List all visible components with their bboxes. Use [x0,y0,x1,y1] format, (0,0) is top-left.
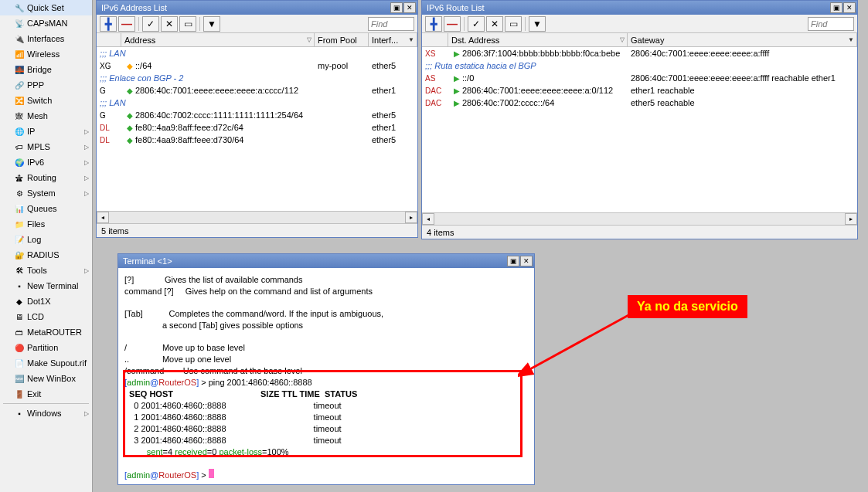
col-pool[interactable]: From Pool [315,33,369,46]
col-dst[interactable]: Dst. Address [448,33,628,46]
sidebar-item[interactable]: 🛠Tools▷ [0,263,92,278]
sidebar-item[interactable]: 🏷MPLS▷ [0,139,92,154]
menu-icon: 🕸 [14,110,25,121]
sidebar-item[interactable]: ◆Dot1X [0,294,92,309]
remove-button[interactable]: — [444,16,461,32]
sidebar-item[interactable]: 🌐IP▷ [0,124,92,139]
minimize-button[interactable]: ▣ [507,256,519,266]
sidebar-item[interactable]: 🔀Switch [0,93,92,108]
menu-icon: 🆕 [14,373,25,384]
table-row[interactable]: G◆2806:40c:7001:eeee:eeee:eeee:a:cccc/11… [97,84,417,97]
sidebar-item[interactable]: 🔌Interfaces [0,31,92,46]
table-row[interactable]: XG◆::/64my-poolether5 [97,59,417,72]
minimize-button[interactable]: ▣ [390,2,403,13]
sidebar-item-windows[interactable]: ▪Windows▷ [0,405,92,421]
col-interface[interactable]: Interf... [369,33,417,46]
sidebar-item[interactable]: ⚙System▷ [0,185,92,201]
col-flags[interactable] [97,33,121,46]
sidebar-item[interactable]: 🔗PPP [0,77,92,93]
sidebar-item[interactable]: 🖥LCD [0,309,92,324]
disable-button[interactable]: ✕ [161,16,178,32]
submenu-icon: ▷ [84,128,89,135]
table-row[interactable]: DAC▶2806:40c:7002:cccc::/64ether5 reacha… [422,97,857,109]
menu-label: RADIUS [27,250,60,260]
menu-label: IPv6 [27,158,44,167]
menu-icon: 📄 [14,358,25,368]
comment-button[interactable]: ▭ [179,16,196,32]
menu-icon: 🛣 [14,172,25,183]
menu-icon: 🏷 [14,141,25,152]
filter-button[interactable]: ▼ [203,16,220,32]
menu-icon: ◆ [14,296,25,307]
menu-label: Queues [27,204,57,213]
submenu-icon: ▷ [84,267,89,274]
menu-icon: ⚙ [14,188,25,198]
disable-button[interactable]: ✕ [486,16,503,32]
grid-body[interactable]: XS▶2806:3f7:1004:bbbb:bbbb:bbbb:f0ca:beb… [422,47,857,212]
sidebar-item[interactable]: 📶Wireless [0,46,92,62]
enable-button[interactable]: ✓ [468,16,485,32]
hscroll[interactable]: ◂▸ [97,211,417,223]
sidebar-item[interactable]: 📄Make Supout.rif [0,355,92,371]
titlebar[interactable]: Terminal <1> ▣ ✕ [118,254,534,268]
menu-icon: 📶 [14,49,25,59]
table-row[interactable]: G◆2806:40c:7002:cccc:1111:1111:1111:254/… [97,109,417,121]
table-row[interactable]: DAC▶2806:40c:7001:eeee:eeee:eeee:a:0/112… [422,84,857,97]
menu-label: Interfaces [27,34,64,43]
sidebar-item[interactable]: 📝Log [0,232,92,247]
menu-icon: 📡 [14,18,25,29]
close-button[interactable]: ✕ [843,2,856,13]
menu-label: Files [27,219,45,229]
hscroll[interactable]: ◂▸ [422,212,857,225]
sidebar-item[interactable]: 🆕New WinBox [0,371,92,386]
find-input[interactable] [808,17,854,31]
table-row[interactable]: AS▶::/02806:40c:7001:eeee:eeee:eeee:a:ff… [422,72,857,84]
terminal-body[interactable]: [?] Gives the list of available commands… [118,268,534,484]
add-button[interactable]: ╋ [425,16,442,32]
sidebar-item[interactable]: 🛣Routing▷ [0,170,92,185]
sidebar-item[interactable]: 🌉Bridge [0,62,92,77]
minimize-button[interactable]: ▣ [830,2,842,13]
find-input[interactable] [368,17,414,31]
remove-button[interactable]: — [118,16,135,32]
grid-body[interactable]: ;;; LANXG◆::/64my-poolether5;;; Enlace c… [97,47,417,211]
sidebar-item[interactable]: 🕸Mesh [0,108,92,124]
table-row[interactable]: ;;; Enlace con BGP - 2 [97,72,417,84]
enable-button[interactable]: ✓ [142,16,159,32]
col-flags[interactable] [422,33,448,46]
sidebar-item[interactable]: 🗃MetaROUTER [0,324,92,340]
sidebar-item[interactable]: 🌍IPv6▷ [0,154,92,170]
table-row[interactable]: ;;; Ruta estatica hacia el BGP [422,59,857,72]
col-address[interactable]: Address [121,33,315,46]
menu-label: New WinBox [27,374,76,383]
table-row[interactable]: XS▶2806:3f7:1004:bbbb:bbbb:bbbb:f0ca:beb… [422,47,857,59]
filter-button[interactable]: ▼ [529,16,546,32]
sidebar-item[interactable]: 📊Queues [0,201,92,216]
sidebar-item[interactable]: 📁Files [0,216,92,232]
table-row[interactable]: DL◆fe80::4aa9:8aff:feee:d72c/64ether1 [97,121,417,134]
statusbar: 5 items [97,223,417,237]
titlebar[interactable]: IPv6 Route List ▣ ✕ [422,1,857,15]
sidebar-item[interactable]: 📡CAPsMAN [0,15,92,31]
close-button[interactable]: ✕ [403,2,416,13]
col-gateway[interactable]: Gateway [628,33,857,46]
add-button[interactable]: ╋ [100,16,117,32]
table-row[interactable]: ;;; LAN [97,97,417,109]
menu-icon: 🖥 [14,311,25,322]
comment-button[interactable]: ▭ [505,16,522,32]
menu-label: Exit [27,389,41,399]
close-button[interactable]: ✕ [520,256,533,266]
sidebar-item[interactable]: 🔧Quick Set [0,0,92,15]
menu-label: Mesh [27,111,48,120]
titlebar[interactable]: IPv6 Address List ▣ ✕ [97,1,417,15]
table-row[interactable]: ;;; LAN [97,47,417,59]
sidebar-item[interactable]: 🚪Exit [0,386,92,402]
menu-icon: 🌐 [14,126,25,137]
table-row[interactable]: DL◆fe80::4aa9:8aff:feee:d730/64ether5 [97,134,417,146]
sidebar-item[interactable]: ▪New Terminal [0,278,92,294]
menu-label: Log [27,235,41,244]
sidebar-item[interactable]: 🔐RADIUS [0,247,92,263]
ipv6-address-window: IPv6 Address List ▣ ✕ ╋ — ✓ ✕ ▭ ▼ Addres… [96,0,418,238]
sidebar-item[interactable]: 🔴Partition [0,340,92,355]
windows-icon: ▪ [14,408,25,419]
